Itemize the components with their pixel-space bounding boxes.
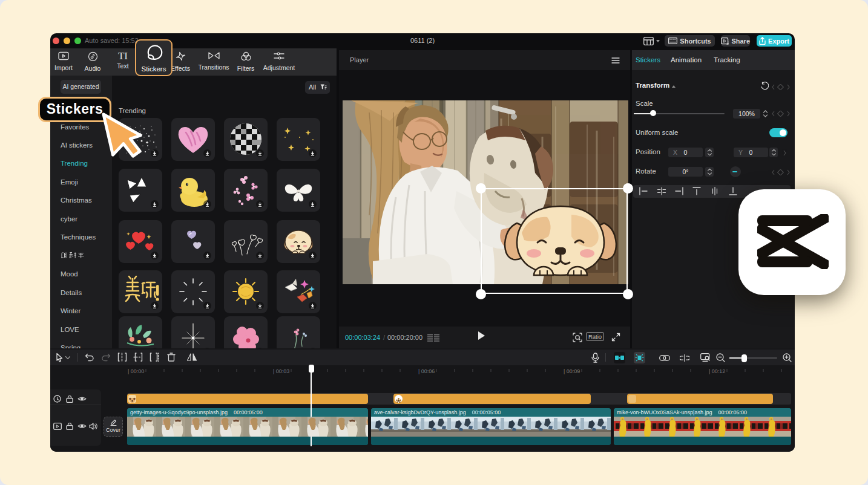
svg-text:| 00:03: | 00:03	[273, 368, 289, 374]
svg-text:| 00:00: | 00:00	[128, 368, 144, 374]
svg-text:| 00:09: | 00:09	[564, 368, 580, 374]
svg-text:| 00:06: | 00:06	[418, 368, 435, 374]
svg-text:| 00:12: | 00:12	[709, 368, 725, 374]
